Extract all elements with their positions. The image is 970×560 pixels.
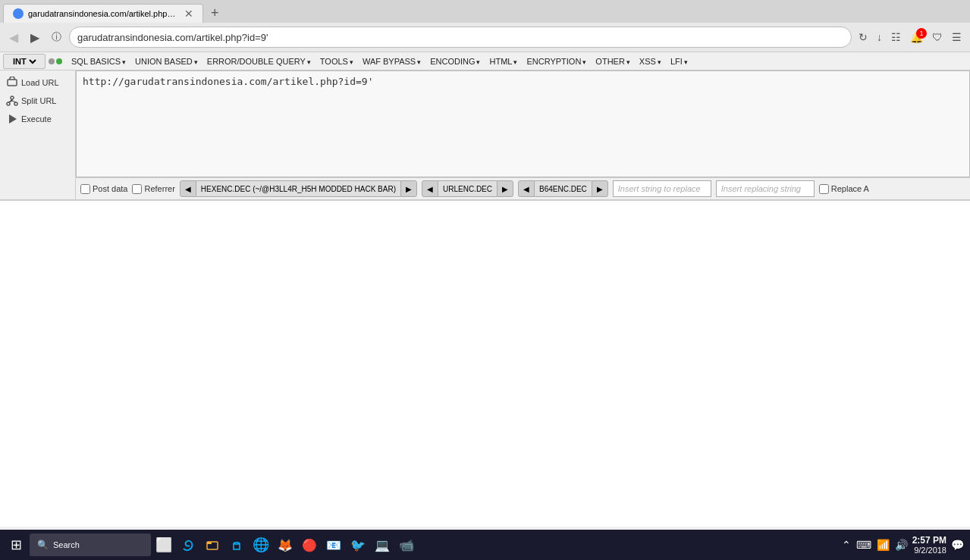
active-tab[interactable]: garudatransindonesia.com/artikel.php?id=… [3, 4, 203, 23]
split-url-label: Split URL [21, 96, 56, 105]
svg-rect-6 [207, 542, 212, 544]
menu-waf-bypass[interactable]: WAF BYPASS [358, 55, 425, 67]
menu-error-double-query[interactable]: ERROR/DOUBLE QUERY [202, 55, 315, 67]
forward-btn[interactable]: ▶ [26, 27, 44, 48]
svg-rect-7 [234, 544, 240, 549]
hexenc-label: HEXENC.DEC (~/@H3LL4R_H5H MODDED HACK BA… [196, 180, 400, 197]
post-data-label: Post data [93, 184, 127, 193]
taskbar: ⊞ 🔍 Search ⬜ 🌐 🦊 🔴 📧 🐦 💻 📹 ⌃ ⌨ 📶 🔊 2:57 … [0, 530, 970, 560]
b64enc-left-arrow[interactable]: ◀ [518, 180, 535, 197]
hackbar-right: Post data Referrer ◀ HEXENC.DEC (~/@H3LL… [76, 70, 970, 199]
main-content [0, 201, 970, 527]
taskbar-edge[interactable] [177, 533, 199, 556]
address-bar-container[interactable] [69, 27, 852, 48]
int-label: INT [3, 54, 46, 69]
hackbar-menu-bar: INT SQL BASICS UNION BASED ERROR/DOUBLE … [0, 52, 970, 70]
urlenc-right-arrow[interactable]: ▶ [497, 180, 513, 197]
search-icon: 🔍 [37, 540, 49, 550]
back-btn[interactable]: ◀ [5, 27, 23, 48]
load-url-icon [6, 77, 18, 89]
svg-point-2 [7, 102, 10, 105]
menu-tools[interactable]: TOOLS [315, 55, 358, 67]
taskbar-app-7[interactable]: 📧 [322, 533, 345, 556]
search-label: Search [53, 540, 80, 549]
load-url-label: Load URL [21, 78, 59, 87]
taskbar-task-view[interactable]: ⬜ [152, 533, 175, 556]
insert-replacing-input[interactable] [716, 180, 815, 197]
referrer-label: Referrer [144, 184, 174, 193]
hackbar: INT SQL BASICS UNION BASED ERROR/DOUBLE … [0, 52, 970, 201]
replace-all-checkbox[interactable] [819, 184, 829, 194]
info-btn[interactable]: ⓘ [47, 27, 66, 47]
b64enc-label: B64ENC.DEC [535, 180, 592, 197]
svg-point-1 [11, 96, 14, 99]
tray-up-arrow[interactable]: ⌃ [840, 537, 852, 552]
b64enc-right-arrow[interactable]: ▶ [592, 180, 608, 197]
notif-badge: 1 [916, 28, 927, 39]
start-btn[interactable]: ⊞ [5, 533, 28, 556]
hexenc-right-arrow[interactable]: ▶ [400, 180, 417, 197]
taskbar-tray: ⌃ ⌨ 📶 🔊 2:57 PM 9/2/2018 💬 [840, 535, 965, 555]
menu-lfi[interactable]: LFI [666, 55, 692, 67]
menu-btn[interactable]: ☰ [948, 28, 965, 46]
menu-encoding[interactable]: ENCODING [425, 55, 485, 67]
svg-rect-0 [8, 80, 17, 86]
urlenc-group: ◀ URLENC.DEC ▶ [422, 180, 513, 197]
urlenc-label: URLENC.DEC [438, 180, 497, 197]
taskbar-search[interactable]: 🔍 Search [30, 533, 151, 556]
tray-keyboard[interactable]: ⌨ [855, 537, 873, 552]
nav-bar: ◀ ▶ ⓘ ↻ ↓ ☷ 🔔 1 🛡 ☰ [0, 23, 970, 52]
post-data-checkbox[interactable] [80, 184, 90, 194]
hexenc-left-arrow[interactable]: ◀ [180, 180, 196, 197]
notification-btn[interactable]: 🔔 1 [906, 28, 927, 46]
menu-xss[interactable]: XSS [635, 55, 666, 67]
url-textarea[interactable] [76, 70, 970, 177]
tray-notification[interactable]: 💬 [950, 537, 965, 552]
insert-replace-input[interactable] [613, 180, 711, 197]
taskbar-explorer[interactable] [201, 533, 224, 556]
split-url-icon [6, 95, 18, 107]
tray-icons: ⌃ ⌨ 📶 🔊 [840, 537, 909, 552]
b64enc-group: ◀ B64ENC.DEC ▶ [518, 180, 608, 197]
referrer-checkbox[interactable] [132, 184, 142, 194]
taskbar-app-10[interactable]: 📹 [395, 533, 418, 556]
system-clock[interactable]: 2:57 PM 9/2/2018 [912, 535, 946, 555]
nav-actions: ↻ ↓ ☷ 🔔 1 🛡 ☰ [855, 28, 965, 46]
clock-date: 9/2/2018 [912, 546, 946, 555]
taskbar-app-5[interactable]: 🦊 [274, 533, 297, 556]
menu-union-based[interactable]: UNION BASED [130, 55, 202, 67]
taskbar-app-9[interactable]: 💻 [371, 533, 394, 556]
svg-point-3 [14, 102, 17, 105]
download-btn[interactable]: ↓ [873, 28, 886, 46]
taskbar-app-6[interactable]: 🔴 [298, 533, 321, 556]
tab-label: garudatransindonesia.com/artikel.php?id=… [28, 9, 180, 18]
replace-all-label[interactable]: Replace A [819, 184, 869, 194]
replace-all-text: Replace A [831, 184, 869, 193]
reader-btn[interactable]: ☷ [887, 28, 905, 46]
execute-icon [6, 113, 18, 125]
menu-other[interactable]: OTHER [591, 55, 635, 67]
tab-close-btn[interactable]: ✕ [184, 8, 193, 20]
reload-btn[interactable]: ↻ [855, 28, 871, 46]
taskbar-app-4[interactable]: 🌐 [250, 533, 272, 556]
tab-bar: garudatransindonesia.com/artikel.php?id=… [0, 0, 970, 23]
execute-label: Execute [21, 114, 52, 124]
referrer-checkbox-label[interactable]: Referrer [132, 184, 174, 194]
post-data-checkbox-label[interactable]: Post data [80, 184, 127, 194]
new-tab-btn[interactable]: + [206, 2, 224, 24]
tray-volume[interactable]: 🔊 [893, 537, 909, 552]
menu-html[interactable]: HTML [485, 55, 522, 67]
svg-marker-4 [9, 114, 17, 124]
menu-sql-basics[interactable]: SQL BASICS [67, 55, 130, 67]
urlenc-left-arrow[interactable]: ◀ [422, 180, 438, 197]
taskbar-store[interactable] [225, 533, 248, 556]
address-bar-input[interactable] [77, 32, 843, 43]
taskbar-app-8[interactable]: 🐦 [347, 533, 369, 556]
shield-btn[interactable]: 🛡 [928, 28, 946, 46]
menu-encryption[interactable]: ENCRYPTION [522, 55, 591, 67]
int-select[interactable]: INT [10, 56, 39, 67]
sidebar-execute[interactable]: Execute [0, 110, 58, 128]
sidebar-load-url[interactable]: Load URL [0, 74, 65, 92]
sidebar-split-url[interactable]: Split URL [0, 92, 62, 110]
tray-network[interactable]: 📶 [875, 537, 891, 552]
